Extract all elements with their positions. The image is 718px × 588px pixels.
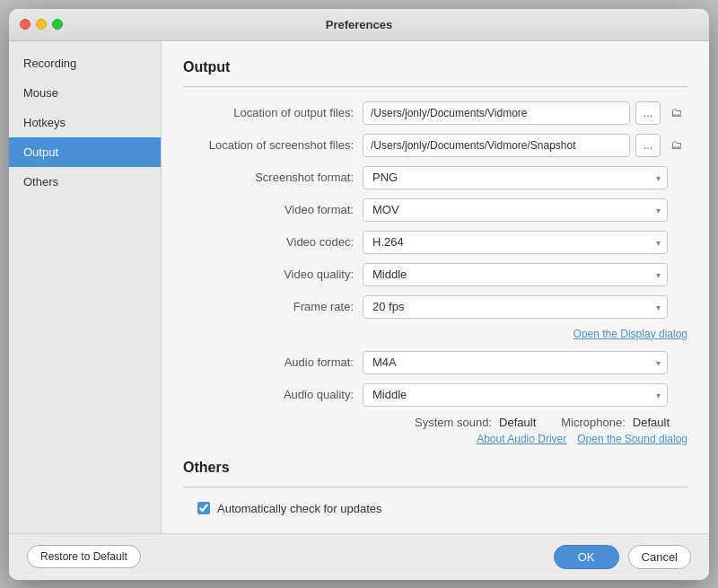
- others-divider: [183, 487, 687, 487]
- output-location-dots-button[interactable]: ...: [635, 101, 661, 125]
- sidebar-item-recording[interactable]: Recording: [9, 48, 161, 78]
- output-location-label: Location of output files:: [183, 106, 363, 119]
- auto-update-label: Automatically check for updates: [217, 502, 382, 515]
- sidebar-item-output[interactable]: Output: [9, 137, 161, 167]
- video-codec-wrapper: H.264 H.265 ▾: [363, 231, 668, 254]
- microphone-value: Default: [633, 416, 670, 429]
- screenshot-location-row: Location of screenshot files: ... 🗂: [183, 134, 687, 157]
- video-format-wrapper: MOV MP4 AVI ▾: [363, 198, 668, 222]
- video-quality-wrapper: Middle Low High ▾: [363, 263, 668, 286]
- screenshot-location-folder-button[interactable]: 🗂: [664, 134, 687, 157]
- main-content: Recording Mouse Hotkeys Output Others Ou…: [9, 41, 709, 533]
- audio-links-row: About Audio Driver Open the Sound dialog: [183, 433, 687, 445]
- footer-buttons: OK Cancel: [554, 545, 691, 569]
- frame-rate-row: Frame rate: 20 fps 30 fps 60 fps ▾: [183, 295, 687, 319]
- sidebar-item-mouse[interactable]: Mouse: [9, 78, 161, 108]
- system-sound-value: Default: [499, 416, 536, 429]
- frame-rate-label: Frame rate:: [183, 300, 363, 313]
- screenshot-format-label: Screenshot format:: [183, 171, 363, 184]
- audio-format-row: Audio format: M4A MP3 WAV ▾: [183, 351, 687, 374]
- close-button[interactable]: [20, 19, 31, 30]
- restore-default-button[interactable]: Restore to Default: [27, 545, 141, 568]
- folder-icon: 🗂: [670, 106, 682, 119]
- open-display-row: Open the Display dialog: [183, 328, 687, 340]
- screenshot-format-wrapper: PNG JPG BMP ▾: [363, 166, 668, 189]
- output-divider: [183, 86, 687, 87]
- audio-quality-label: Audio quality:: [183, 388, 363, 401]
- audio-format-select[interactable]: M4A MP3 WAV: [363, 351, 668, 374]
- video-quality-label: Video quality:: [183, 268, 363, 281]
- audio-quality-row: Audio quality: Middle Low High ▾: [183, 383, 687, 407]
- video-codec-row: Video codec: H.264 H.265 ▾: [183, 231, 687, 254]
- system-sound-label: System sound:: [415, 416, 492, 429]
- output-location-input[interactable]: [363, 101, 630, 125]
- output-location-row: Location of output files: ... 🗂: [183, 101, 687, 125]
- frame-rate-select[interactable]: 20 fps 30 fps 60 fps: [363, 295, 668, 319]
- video-format-select[interactable]: MOV MP4 AVI: [363, 198, 668, 222]
- video-format-label: Video format:: [183, 203, 363, 216]
- output-location-field: ... 🗂: [363, 101, 687, 125]
- about-audio-link[interactable]: About Audio Driver: [477, 433, 566, 445]
- window-body: Recording Mouse Hotkeys Output Others Ou…: [9, 41, 709, 580]
- folder-icon-2: 🗂: [670, 138, 682, 152]
- footer: Restore to Default OK Cancel: [9, 533, 709, 580]
- video-codec-label: Video codec:: [183, 235, 363, 249]
- auto-update-row: Automatically check for updates: [197, 502, 687, 515]
- auto-update-checkbox[interactable]: [197, 502, 210, 514]
- sidebar-item-others[interactable]: Others: [9, 167, 161, 197]
- video-format-row: Video format: MOV MP4 AVI ▾: [183, 198, 687, 222]
- video-codec-select[interactable]: H.264 H.265: [363, 231, 668, 254]
- screenshot-location-field: ... 🗂: [363, 134, 687, 157]
- system-sound-row: System sound: Default Microphone: Defaul…: [183, 416, 687, 429]
- window-title: Preferences: [326, 18, 392, 31]
- minimize-button[interactable]: [36, 19, 47, 30]
- screenshot-location-label: Location of screenshot files:: [183, 138, 363, 152]
- audio-format-wrapper: M4A MP3 WAV ▾: [363, 351, 668, 374]
- others-section: Others Automatically check for updates: [183, 460, 687, 515]
- video-quality-select[interactable]: Middle Low High: [363, 263, 668, 286]
- cancel-button[interactable]: Cancel: [628, 545, 691, 569]
- video-quality-row: Video quality: Middle Low High ▾: [183, 263, 687, 286]
- open-sound-link[interactable]: Open the Sound dialog: [577, 433, 687, 445]
- screenshot-location-dots-button[interactable]: ...: [635, 134, 661, 157]
- frame-rate-wrapper: 20 fps 30 fps 60 fps ▾: [363, 295, 668, 319]
- traffic-lights: [20, 19, 63, 30]
- audio-quality-wrapper: Middle Low High ▾: [363, 383, 668, 407]
- audio-format-label: Audio format:: [183, 355, 363, 369]
- screenshot-format-row: Screenshot format: PNG JPG BMP ▾: [183, 166, 687, 189]
- preferences-window: Preferences Recording Mouse Hotkeys Outp…: [9, 9, 709, 580]
- title-bar: Preferences: [9, 9, 709, 41]
- ok-button[interactable]: OK: [554, 545, 619, 569]
- screenshot-location-input[interactable]: [363, 134, 630, 157]
- sidebar: Recording Mouse Hotkeys Output Others: [9, 41, 162, 533]
- output-location-folder-button[interactable]: 🗂: [664, 101, 687, 125]
- output-section-title: Output: [183, 59, 687, 75]
- open-display-link[interactable]: Open the Display dialog: [574, 328, 687, 340]
- maximize-button[interactable]: [52, 19, 63, 30]
- sidebar-item-hotkeys[interactable]: Hotkeys: [9, 108, 161, 137]
- others-section-title: Others: [183, 460, 687, 476]
- microphone-label: Microphone:: [561, 416, 626, 429]
- content-area: Output Location of output files: ... 🗂: [162, 41, 709, 533]
- audio-quality-select[interactable]: Middle Low High: [363, 383, 668, 407]
- screenshot-format-select[interactable]: PNG JPG BMP: [363, 166, 668, 189]
